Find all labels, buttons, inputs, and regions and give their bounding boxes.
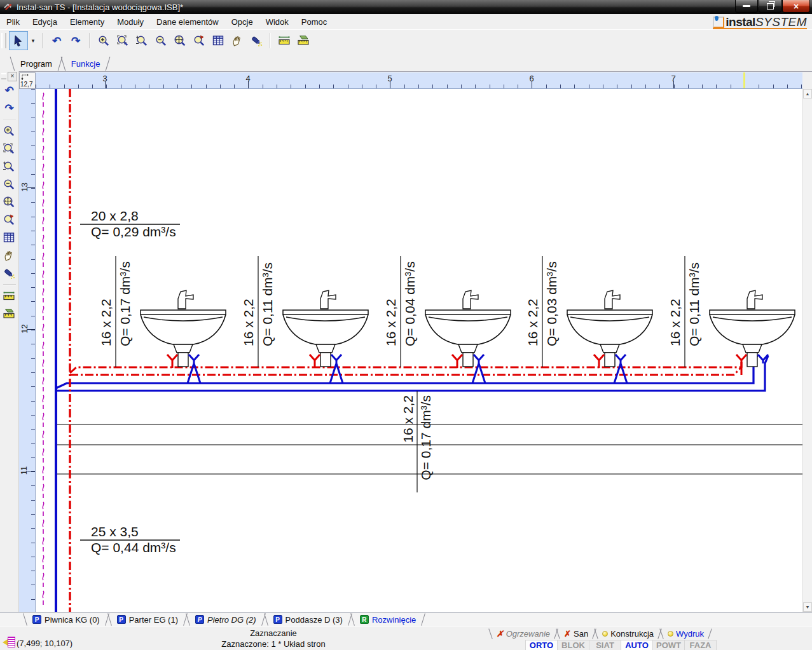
menu-opcje[interactable]: Opcje bbox=[225, 15, 259, 29]
zoom-options-icon bbox=[193, 34, 206, 48]
menu-plik[interactable]: Plik bbox=[0, 15, 26, 29]
app-icon bbox=[3, 3, 13, 12]
restore-button[interactable] bbox=[759, 0, 781, 13]
sheet-tab-parter[interactable]: P Parter EG (1) bbox=[106, 613, 189, 626]
ruler-icon bbox=[278, 34, 291, 48]
pan-button[interactable] bbox=[1, 247, 18, 264]
redo-icon: ↷ bbox=[71, 36, 80, 46]
toolbar-grip[interactable] bbox=[1, 33, 6, 48]
zoom-window-button[interactable] bbox=[113, 31, 132, 50]
zoom-options-button[interactable] bbox=[1, 211, 18, 229]
sink-fixture[interactable]: 16 x 2,2 Q= 0,03 dm³/s bbox=[525, 256, 652, 383]
bulb-icon bbox=[602, 631, 608, 637]
page-nav-icon[interactable] bbox=[3, 637, 15, 648]
zoom-options-button[interactable] bbox=[189, 31, 209, 50]
data-table-button[interactable] bbox=[1, 229, 18, 247]
sink-fixture[interactable]: 16 x 2,2 Q= 0,17 dm³/s bbox=[99, 256, 226, 383]
zoom-extents-button[interactable] bbox=[170, 31, 189, 50]
ruler-number: 5 bbox=[387, 74, 392, 83]
measure-area-button[interactable] bbox=[294, 31, 313, 50]
toggle-powt[interactable]: POWT bbox=[653, 640, 685, 650]
minimize-icon bbox=[743, 5, 750, 7]
sheet-tab-rozwiniecie[interactable]: R Rozwinięcie bbox=[349, 613, 427, 626]
riser-label-top[interactable]: 20 x 2,8 Q= 0,29 dm³/s bbox=[80, 208, 180, 239]
sheet-tab-piwnica[interactable]: P Piwnica KG (0) bbox=[22, 613, 111, 626]
measure-length-button[interactable] bbox=[1, 287, 18, 305]
dock-close-button[interactable]: × bbox=[8, 72, 17, 81]
highlight-button[interactable] bbox=[247, 31, 266, 50]
zoom-in-out-button[interactable] bbox=[132, 31, 151, 50]
tab-funkcje[interactable]: Funkcje bbox=[60, 56, 112, 71]
hot-water-pipes[interactable] bbox=[70, 89, 741, 612]
vertical-ruler: 13 12 11 bbox=[19, 89, 36, 612]
dock-grip[interactable] bbox=[1, 73, 6, 79]
zoom-window-icon bbox=[3, 142, 16, 156]
sink-fixture[interactable]: 16 x 2,2 Q= 0,04 dm³/s bbox=[383, 256, 511, 383]
undo-button[interactable]: ↶ bbox=[1, 81, 18, 99]
cursor-icon bbox=[12, 34, 25, 48]
scroll-down-button[interactable]: ▼ bbox=[803, 602, 812, 612]
select-tool-dropdown[interactable]: ▾ bbox=[28, 31, 38, 50]
undo-button[interactable]: ↶ bbox=[47, 31, 66, 50]
window-controls: × bbox=[734, 0, 810, 13]
measure-area-button[interactable] bbox=[1, 305, 18, 323]
sheet-tab-poddasze[interactable]: P Poddasze D (3) bbox=[263, 613, 354, 626]
toggle-siat[interactable]: SIAT bbox=[589, 640, 621, 650]
menu-elementy[interactable]: Elementy bbox=[64, 15, 111, 29]
menu-widok[interactable]: Widok bbox=[259, 15, 295, 29]
zoom-out-button[interactable] bbox=[1, 175, 18, 193]
data-table-button[interactable] bbox=[209, 31, 228, 50]
status-bar: (7,499; 10,107) Zaznaczanie Zaznaczone: … bbox=[0, 626, 812, 650]
sink-fixture[interactable]: 16 x 2,2 Q= 0,11 dm³/s bbox=[668, 256, 795, 375]
cold-water-pipes[interactable] bbox=[56, 89, 768, 612]
measure-length-button[interactable] bbox=[275, 31, 294, 50]
zoom-window-button[interactable] bbox=[1, 140, 18, 158]
toggle-blok[interactable]: BLOK bbox=[558, 640, 589, 650]
sink-fixture[interactable]: 16 x 2,2 Q= 0,11 dm³/s bbox=[241, 256, 368, 383]
pan-button[interactable] bbox=[228, 31, 247, 50]
layer-tab-ogrzewanie[interactable]: ✗ Ogrzewanie bbox=[488, 628, 559, 639]
scroll-up-button[interactable]: ▲ bbox=[803, 89, 812, 98]
main-toolbar: ▾ ↶ ↷ bbox=[0, 29, 812, 51]
ruler-origin-box[interactable]: 12,7 bbox=[19, 72, 36, 89]
riser-label-bottom[interactable]: 25 x 3,5 Q= 0,44 dm³/s bbox=[80, 524, 180, 555]
zoom-out-button[interactable] bbox=[151, 31, 170, 50]
menu-pomoc[interactable]: Pomoc bbox=[295, 15, 333, 29]
cold-connection bbox=[472, 355, 485, 383]
pipe-dim-label: 20 x 2,8 bbox=[91, 208, 139, 223]
zoom-in-out-button[interactable] bbox=[1, 158, 18, 175]
minimize-button[interactable] bbox=[735, 0, 758, 13]
sheet-tab-label: Rozwinięcie bbox=[372, 615, 416, 625]
zoom-in-button[interactable] bbox=[1, 122, 18, 140]
layer-tab-wydruk[interactable]: Wydruk bbox=[659, 628, 713, 639]
scroll-down-icon: ▼ bbox=[806, 605, 810, 609]
circulation-pipe[interactable] bbox=[43, 93, 44, 609]
drawing-canvas[interactable]: 20 x 2,8 Q= 0,29 dm³/s 25 x 3,5 Q= 0,44 … bbox=[36, 89, 802, 612]
sheet-tab-pietro[interactable]: P Pietro DG (2) bbox=[184, 613, 267, 626]
toolbar-separator bbox=[270, 33, 271, 48]
window-title: Instal-san TS - [Instalacja wodociągowa.… bbox=[17, 3, 183, 12]
layer-tab-konstrukcja[interactable]: Konstrukcja bbox=[593, 628, 663, 639]
vertical-scrollbar[interactable]: ▲ ▼ bbox=[802, 89, 812, 612]
close-button[interactable]: × bbox=[782, 0, 810, 13]
toggle-faza[interactable]: FAZA bbox=[685, 640, 717, 650]
menu-moduly[interactable]: Moduły bbox=[111, 15, 150, 29]
redo-button[interactable]: ↷ bbox=[66, 31, 85, 50]
menu-dane-elementow[interactable]: Dane elementów bbox=[150, 15, 225, 29]
branch-label[interactable]: 16 x 2,2 Q= 0,17 dm³/s bbox=[401, 391, 433, 492]
layer-tab-san[interactable]: ✗ San bbox=[555, 628, 597, 639]
menu-edycja[interactable]: Edycja bbox=[26, 15, 64, 29]
logo-text-instal: instal bbox=[726, 16, 755, 28]
zoom-extents-button[interactable] bbox=[1, 193, 18, 211]
toggle-auto[interactable]: AUTO bbox=[621, 640, 653, 650]
select-tool-button[interactable] bbox=[9, 31, 28, 50]
plan-sheet-icon: P bbox=[195, 615, 204, 624]
sheet-tab-row: P Piwnica KG (0) P Parter EG (1) P Pietr… bbox=[0, 612, 812, 626]
toggle-orto[interactable]: ORTO bbox=[525, 640, 558, 650]
zoom-in-button[interactable] bbox=[94, 31, 113, 50]
cold-connection bbox=[188, 355, 200, 383]
pipe-flow-label: Q= 0,11 dm³/s bbox=[687, 262, 701, 346]
highlight-button[interactable] bbox=[1, 264, 18, 282]
tab-program[interactable]: Program bbox=[9, 56, 64, 71]
redo-button[interactable]: ↷ bbox=[1, 99, 18, 117]
